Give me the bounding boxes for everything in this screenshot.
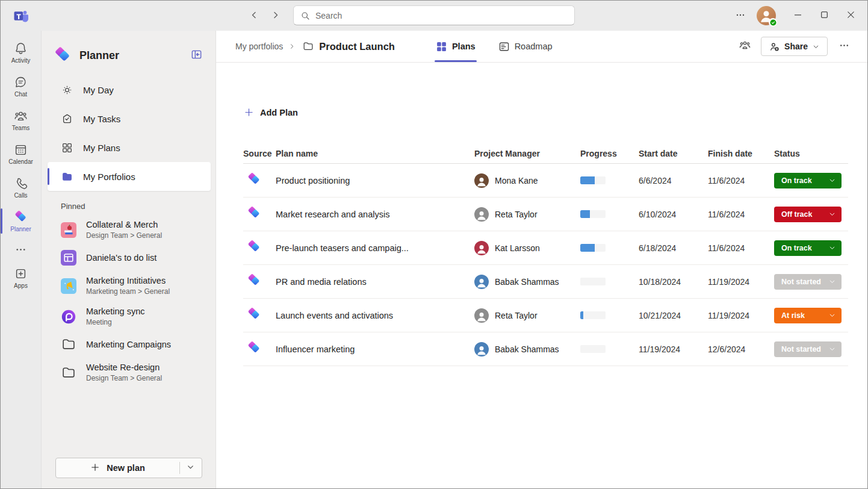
rail-item[interactable]: Calendar: [1, 137, 41, 170]
person-add-icon: [769, 41, 780, 52]
chevron-right-icon: [288, 42, 296, 51]
sidebar-header: Planner: [42, 31, 215, 66]
plan-name-link[interactable]: Market research and analysis: [276, 210, 474, 219]
members-button[interactable]: [734, 36, 755, 57]
start-date: 10/21/2024: [639, 311, 708, 320]
status-dropdown[interactable]: At risk: [774, 308, 842, 323]
main-header: My portfolios Product Launch Plans: [216, 31, 867, 63]
table-row[interactable]: Influencer marketing Babak Shammas: [243, 332, 848, 366]
minimize-icon: [792, 13, 804, 22]
new-plan-button[interactable]: New plan: [56, 458, 179, 478]
pinned-item[interactable]: Marketing sync Meeting: [42, 301, 215, 332]
finish-date: 11/19/2024: [708, 277, 774, 287]
app-title: Planner: [79, 49, 119, 62]
planner-source-icon: [247, 206, 261, 220]
search-box[interactable]: [293, 5, 575, 25]
table-row[interactable]: Pre-launch teasers and campaig... Kat La…: [243, 231, 848, 265]
table-row[interactable]: Launch events and activations Reta Taylo…: [243, 299, 848, 332]
more-dots-icon: [14, 243, 28, 257]
planner-source-icon: [247, 240, 261, 254]
manager-name: Reta Taylor: [495, 210, 538, 219]
pinned-item[interactable]: Marketing Campaigns: [42, 332, 215, 357]
collateral-merch-icon: [61, 222, 76, 238]
table-row[interactable]: Product positioning Mona Kane: [243, 164, 848, 198]
new-plan-dropdown-button[interactable]: [180, 458, 202, 478]
start-date: 10/18/2024: [639, 277, 708, 287]
table-row[interactable]: PR and media relations Babak Shammas: [243, 265, 848, 299]
breadcrumb-root-link[interactable]: My portfolios: [235, 42, 283, 51]
pinned-item[interactable]: Marketing Intitiatives Marketing team > …: [42, 270, 215, 301]
plan-name-link[interactable]: Pre-launch teasers and campaig...: [276, 243, 474, 253]
rail-item[interactable]: Chat: [1, 69, 41, 103]
more-options-button[interactable]: [834, 36, 854, 57]
status-label: Not started: [781, 345, 821, 354]
search-icon: [300, 10, 311, 21]
status-label: At risk: [781, 311, 805, 320]
tab[interactable]: Plans: [435, 31, 477, 62]
status-dropdown[interactable]: Not started: [774, 274, 842, 290]
status-dropdown[interactable]: Off track: [774, 207, 842, 222]
plan-name-link[interactable]: Influencer marketing: [276, 344, 474, 354]
sidebar-nav-item[interactable]: My Plans: [48, 133, 211, 162]
rail-item[interactable]: Planner: [1, 204, 41, 238]
progress-bar: [580, 311, 606, 319]
sidebar-nav-item[interactable]: My Day: [48, 75, 211, 104]
user-avatar[interactable]: [757, 6, 776, 25]
collapse-sidebar-button[interactable]: [188, 47, 205, 64]
rail-item[interactable]: Calls: [1, 170, 41, 204]
header-actions: Share: [734, 31, 854, 62]
plan-name-link[interactable]: Product positioning: [276, 176, 474, 185]
status-dropdown[interactable]: On track: [774, 240, 842, 256]
sun-icon: [61, 84, 73, 96]
pinned-item[interactable]: Website Re-design Design Team > General: [42, 357, 215, 388]
status-dropdown[interactable]: On track: [774, 173, 842, 188]
sidebar-nav-item[interactable]: My Portfolios: [48, 162, 211, 191]
table-row[interactable]: Market research and analysis Reta Taylor: [243, 198, 848, 231]
back-button[interactable]: [245, 6, 263, 25]
progress-bar: [580, 278, 606, 285]
minimize-button[interactable]: [784, 1, 811, 31]
chat-icon: [14, 75, 28, 89]
close-button[interactable]: [837, 1, 864, 31]
manager-name: Mona Kane: [495, 176, 538, 185]
grid-icon: [61, 142, 73, 154]
titlebar-more-button[interactable]: [730, 1, 751, 31]
rail-item[interactable]: [1, 238, 41, 261]
maximize-button[interactable]: [811, 1, 837, 31]
tab[interactable]: Roadmap: [497, 31, 554, 62]
breadcrumb: My portfolios Product Launch: [235, 31, 395, 62]
plan-name-link[interactable]: Launch events and activations: [276, 311, 474, 320]
rail-item[interactable]: Apps: [1, 261, 41, 294]
finish-date: 11/6/2024: [708, 210, 774, 219]
status-dropdown[interactable]: Not started: [774, 341, 842, 357]
add-plan-button[interactable]: Add Plan: [243, 107, 298, 118]
chevron-down-icon: [828, 176, 836, 184]
titlebar: [1, 1, 867, 31]
folder-icon: [302, 40, 314, 52]
finish-date: 11/6/2024: [708, 243, 774, 253]
pinned-item[interactable]: Collateral & Merch Design Team > General: [42, 214, 215, 245]
planner-logo-icon: [54, 46, 72, 64]
pinned-item[interactable]: Daniela's to do list: [42, 245, 215, 270]
plan-name-link[interactable]: PR and media relations: [276, 277, 474, 287]
share-button[interactable]: Share: [761, 37, 828, 56]
maximize-icon: [819, 13, 830, 22]
new-plan-split-button: New plan: [55, 458, 202, 478]
planner-source-icon: [247, 273, 261, 288]
teams-window: Activity Chat Teams Calendar: [0, 0, 868, 489]
planner-logo-icon: [14, 210, 28, 224]
chevron-down-icon: [186, 464, 195, 473]
search-input[interactable]: [315, 11, 568, 20]
status-label: Off track: [781, 210, 812, 219]
plans-table: SourcePlan nameProject ManagerProgressSt…: [243, 143, 848, 366]
progress-bar: [580, 176, 606, 184]
forward-button[interactable]: [267, 6, 285, 25]
status-label: Not started: [781, 278, 821, 286]
main-panel: My portfolios Product Launch Plans: [216, 31, 867, 489]
people-group-icon: [739, 45, 751, 54]
progress-bar: [580, 244, 606, 252]
sidebar-nav-item[interactable]: My Tasks: [48, 104, 211, 133]
start-date: 11/19/2024: [639, 344, 708, 354]
rail-item[interactable]: Activity: [1, 36, 41, 69]
rail-item[interactable]: Teams: [1, 103, 41, 137]
